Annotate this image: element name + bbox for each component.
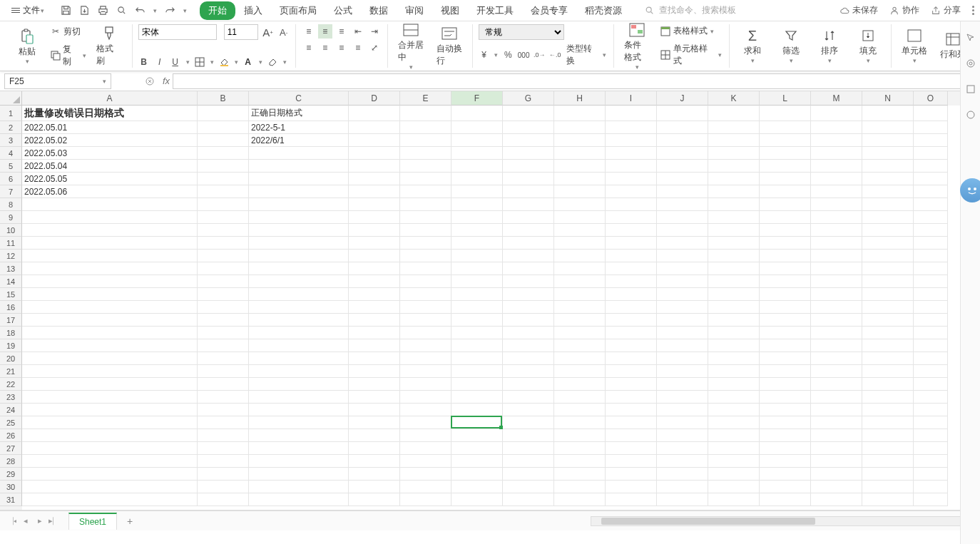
cell-H27[interactable]: [554, 442, 606, 455]
cell-O10[interactable]: [914, 224, 948, 237]
cell-F31[interactable]: [451, 493, 503, 506]
cell-L7[interactable]: [760, 185, 811, 198]
cell-L2[interactable]: [760, 121, 811, 134]
cell-H17[interactable]: [554, 314, 606, 327]
cell-K11[interactable]: [708, 237, 760, 250]
cell-I2[interactable]: [606, 121, 657, 134]
cell-F30[interactable]: [451, 481, 503, 493]
assistant-bot-icon[interactable]: [960, 178, 980, 202]
cell-H21[interactable]: [554, 365, 606, 378]
cell-H15[interactable]: [554, 288, 606, 301]
cell-D10[interactable]: [349, 224, 400, 237]
cell-F17[interactable]: [451, 314, 503, 327]
col-header-G[interactable]: G: [503, 91, 554, 106]
cell-A14[interactable]: [22, 275, 198, 288]
cell-L24[interactable]: [760, 404, 811, 416]
cell-F21[interactable]: [451, 365, 503, 378]
menu-tab-9[interactable]: 稻壳资源: [576, 1, 631, 20]
cell-L19[interactable]: [760, 339, 811, 352]
cell-J4[interactable]: [657, 147, 708, 160]
cell-A5[interactable]: 2022.05.04: [22, 160, 198, 173]
cell-G17[interactable]: [503, 314, 554, 327]
row-header-24[interactable]: 24: [0, 404, 22, 416]
cell-G22[interactable]: [503, 378, 554, 391]
cell-M15[interactable]: [811, 288, 862, 301]
cell-N26[interactable]: [862, 429, 914, 442]
cell-B24[interactable]: [198, 404, 249, 416]
row-header-19[interactable]: 19: [0, 339, 22, 352]
cell-O14[interactable]: [914, 275, 948, 288]
cell-B28[interactable]: [198, 455, 249, 468]
cell-C6[interactable]: [249, 173, 349, 185]
redo-dropdown[interactable]: ▾: [183, 7, 187, 14]
cell-M28[interactable]: [811, 455, 862, 468]
cell-C14[interactable]: [249, 275, 349, 288]
cell-H31[interactable]: [554, 493, 606, 506]
cell-N28[interactable]: [862, 455, 914, 468]
cell-A20[interactable]: [22, 352, 198, 365]
cell-H9[interactable]: [554, 211, 606, 224]
backup-icon[interactable]: [964, 83, 977, 96]
cell-N15[interactable]: [862, 288, 914, 301]
cell-O15[interactable]: [914, 288, 948, 301]
cell-G16[interactable]: [503, 301, 554, 314]
cell-A27[interactable]: [22, 442, 198, 455]
cell-J14[interactable]: [657, 275, 708, 288]
cell-M16[interactable]: [811, 301, 862, 314]
cell-I20[interactable]: [606, 352, 657, 365]
fill-color-icon[interactable]: [218, 56, 230, 68]
cell-N1[interactable]: [862, 106, 914, 121]
cell-B23[interactable]: [198, 391, 249, 404]
row-header-4[interactable]: 4: [0, 147, 22, 160]
cell-H7[interactable]: [554, 185, 606, 198]
cell-O27[interactable]: [914, 442, 948, 455]
cell-C16[interactable]: [249, 301, 349, 314]
cell-D26[interactable]: [349, 429, 400, 442]
cell-C22[interactable]: [249, 378, 349, 391]
cell-B9[interactable]: [198, 211, 249, 224]
cell-E11[interactable]: [400, 237, 451, 250]
cell-N4[interactable]: [862, 147, 914, 160]
row-header-11[interactable]: 11: [0, 237, 22, 250]
cell-H25[interactable]: [554, 416, 606, 429]
cell-K31[interactable]: [708, 493, 760, 506]
cell-E15[interactable]: [400, 288, 451, 301]
cell-B4[interactable]: [198, 147, 249, 160]
add-sheet-button[interactable]: +: [123, 514, 137, 528]
sheet-nav-first[interactable]: ⎹◂: [4, 514, 19, 528]
cell-O21[interactable]: [914, 365, 948, 378]
cell-K23[interactable]: [708, 391, 760, 404]
cell-G13[interactable]: [503, 262, 554, 275]
cell-M23[interactable]: [811, 391, 862, 404]
cell-E10[interactable]: [400, 224, 451, 237]
unsaved-button[interactable]: 未保存: [839, 4, 878, 16]
cell-C25[interactable]: [249, 416, 349, 429]
cell-M6[interactable]: [811, 173, 862, 185]
cell-C27[interactable]: [249, 442, 349, 455]
cell-G5[interactable]: [503, 160, 554, 173]
cell-K10[interactable]: [708, 224, 760, 237]
align-bottom-icon[interactable]: ≡: [335, 24, 349, 39]
cell-J26[interactable]: [657, 429, 708, 442]
cell-K17[interactable]: [708, 314, 760, 327]
more-menu[interactable]: [972, 6, 974, 15]
formula-input[interactable]: [173, 73, 976, 89]
cell-K20[interactable]: [708, 352, 760, 365]
cell-O24[interactable]: [914, 404, 948, 416]
cell-B21[interactable]: [198, 365, 249, 378]
cell-I10[interactable]: [606, 224, 657, 237]
copy-button[interactable]: 复制▾: [49, 43, 88, 68]
cell-F23[interactable]: [451, 391, 503, 404]
cell-J18[interactable]: [657, 327, 708, 339]
cell-M3[interactable]: [811, 134, 862, 147]
output-icon[interactable]: [78, 5, 90, 16]
cell-L16[interactable]: [760, 301, 811, 314]
cell-G20[interactable]: [503, 352, 554, 365]
cell-G18[interactable]: [503, 327, 554, 339]
cell-H5[interactable]: [554, 160, 606, 173]
cell-B16[interactable]: [198, 301, 249, 314]
cell-B20[interactable]: [198, 352, 249, 365]
cell-E19[interactable]: [400, 339, 451, 352]
sum-button[interactable]: Σ求和▾: [735, 26, 770, 66]
cell-F11[interactable]: [451, 237, 503, 250]
